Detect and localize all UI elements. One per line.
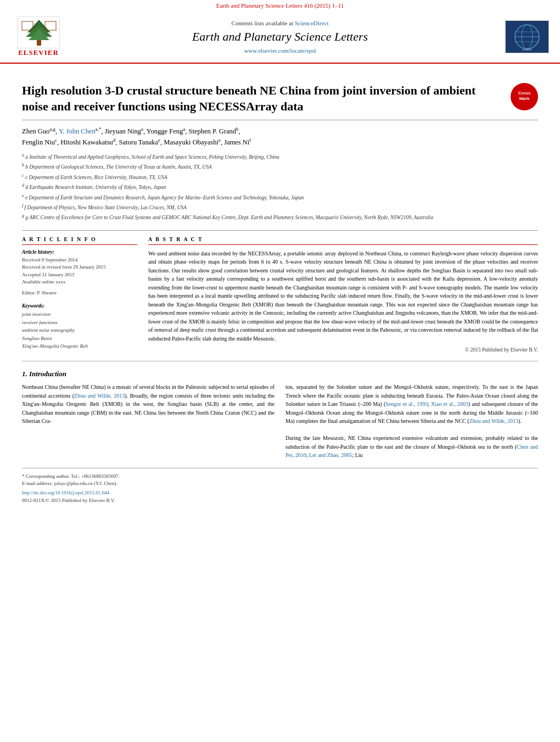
author-hitoshi-kawakatsu: Hitoshi Kawakatsu xyxy=(60,138,113,146)
abstract-section: A B S T R A C T We used ambient noise da… xyxy=(148,236,538,353)
history-label: Article history: xyxy=(22,249,137,255)
and-word: and xyxy=(472,401,479,407)
article-title: High resolution 3-D crustal structure be… xyxy=(22,83,500,114)
doi-link[interactable]: http://dx.doi.org/10.1016/j.epsl.2015.01… xyxy=(22,490,538,495)
affiliation-d: d d Earthquake Research Institute, Unive… xyxy=(22,182,538,191)
author-satoru-tanaka: Satoru Tanaka xyxy=(119,138,158,146)
elsevier-logo: ELSEVIER xyxy=(11,16,66,57)
journal-header: ELSEVIER Contents lists available at Sci… xyxy=(0,11,560,64)
corresponding-author-note: * Corresponding author. Tel.: +861368835… xyxy=(22,473,538,481)
ref-sengor[interactable]: Sengor et al., 1993 xyxy=(385,401,428,407)
crossmark-badge: Cross Mark xyxy=(511,83,538,110)
authors-list: Zhen Guoa,g, Y. John Chena,*, Jieyuan Ni… xyxy=(22,126,538,148)
journal-name: Earth and Planetary Science Letters xyxy=(77,30,483,44)
keyword-2: receiver functions xyxy=(22,319,137,326)
main-content: High resolution 3-D crustal structure be… xyxy=(0,64,560,511)
accepted-date: Accepted 31 January 2015 xyxy=(22,271,137,279)
affiliation-g: g g ARC Centre of Excellence for Core to… xyxy=(22,213,538,221)
affiliation-b: b b Department of Geological Sciences, T… xyxy=(22,162,538,171)
author-stephen-grand: Stephen P. Grand xyxy=(189,127,236,135)
section-divider xyxy=(22,361,538,361)
journal-logo-right: EARTH xyxy=(494,20,549,53)
section-1-text-left: Northeast China (hereafter NE China) is … xyxy=(22,383,275,426)
journal-header-center: Contents lists available at ScienceDirec… xyxy=(66,20,494,54)
section-1-text-right: ton, separated by the Solonker suture an… xyxy=(285,383,538,460)
the-word: the xyxy=(385,384,391,390)
email-note: E-mail address: joluyc@pku.edu.cn (Y.J. … xyxy=(22,480,538,488)
ref-lei-zhao[interactable]: Lei and Zhao, 2005 xyxy=(309,452,352,458)
keywords-list: joint inversion receiver functions ambie… xyxy=(22,310,137,350)
abstract-text: We used ambient noise data recorded by t… xyxy=(148,249,538,343)
issn-notice: 0012-821X/© 2015 Published by Elsevier B… xyxy=(22,498,538,503)
contents-available: Contents lists available at ScienceDirec… xyxy=(77,20,483,26)
article-info-heading: A R T I C L E I N F O xyxy=(22,236,137,245)
author-jieyuan-ning: Jieyuan Ning xyxy=(105,127,141,135)
affiliation-e: e e Department of Earth Structure and Dy… xyxy=(22,193,538,202)
journal-reference: Earth and Planetary Science Letters 416 … xyxy=(0,0,560,11)
section-1-col-left: Northeast China (hereafter NE China) is … xyxy=(22,383,275,460)
keywords-label: Keywords: xyxy=(22,303,137,309)
article-info-abstract: A R T I C L E I N F O Article history: R… xyxy=(22,230,538,353)
contents-text: Contents lists available at xyxy=(231,20,293,26)
section-1-col-right: ton, separated by the Solonker suture an… xyxy=(285,383,538,460)
author-fenglin-niu: Fenglin Niu xyxy=(22,138,55,146)
journal-globe-image: EARTH xyxy=(505,20,549,53)
section-1-body: Northeast China (hereafter NE China) is … xyxy=(22,383,538,460)
abstract-heading: A B S T R A C T xyxy=(148,236,538,245)
footnote-section: * Corresponding author. Tel.: +861368835… xyxy=(22,468,538,503)
ref-xiao[interactable]: Xiao et al., 2003 xyxy=(431,401,468,407)
keyword-1: joint inversion xyxy=(22,310,137,318)
affiliation-a: a a Institute of Theoretical and Applied… xyxy=(22,152,538,161)
author-john-chen[interactable]: Y. John Chen xyxy=(59,127,96,135)
section-1: 1. Introduction Northeast China (hereaft… xyxy=(22,370,538,460)
elsevier-brand: ELSEVIER xyxy=(18,48,59,57)
keyword-3: ambient noise tomography xyxy=(22,326,137,334)
affiliation-c: c c Department of Earth Sciences, Rice U… xyxy=(22,172,538,181)
journal-url[interactable]: www.elsevier.com/locate/epsl xyxy=(77,47,483,54)
available-date: Available online xxxx xyxy=(22,278,137,286)
sciencedirect-link[interactable]: ScienceDirect xyxy=(295,20,329,26)
ref-zhou-wilde-2013b[interactable]: Zhou and Wilde, 2013 xyxy=(469,418,518,424)
affiliation-f: f f Department of Physics, New Mexico St… xyxy=(22,203,538,211)
affiliations-list: a a Institute of Theoretical and Applied… xyxy=(22,152,538,222)
keyword-5: Xing'an–Mongolia Orogenic Belt xyxy=(22,342,137,350)
ref-zhou-wilde-2013[interactable]: Zhou and Wilde, 2013 xyxy=(74,393,125,399)
author-zhen-guo: Zhen Guo xyxy=(22,127,49,135)
svg-text:Cross: Cross xyxy=(518,91,531,96)
elsevier-tree-image xyxy=(17,16,60,48)
keyword-4: Songliao Basin xyxy=(22,334,137,342)
svg-text:Mark: Mark xyxy=(519,96,530,101)
svg-text:EARTH: EARTH xyxy=(523,48,532,51)
received-revised-date: Received in revised form 29 January 2015 xyxy=(22,264,137,271)
author-yongge-feng: Yongge Feng xyxy=(147,127,183,135)
journal-ref-text: Earth and Planetary Science Letters 416 … xyxy=(216,2,344,9)
article-title-section: High resolution 3-D crustal structure be… xyxy=(22,83,538,120)
article-info-column: A R T I C L E I N F O Article history: R… xyxy=(22,236,137,353)
author-james-ni: James Ni xyxy=(224,138,249,146)
editor-info: Editor: P. Shearer xyxy=(22,289,137,297)
copyright-notice: © 2015 Published by Elsevier B.V. xyxy=(148,347,538,353)
received-date: Received 8 September 2014 xyxy=(22,256,137,264)
author-masayuki-obayashi: Masayuki Obayashi xyxy=(164,138,219,146)
section-1-heading: 1. Introduction xyxy=(22,370,538,378)
